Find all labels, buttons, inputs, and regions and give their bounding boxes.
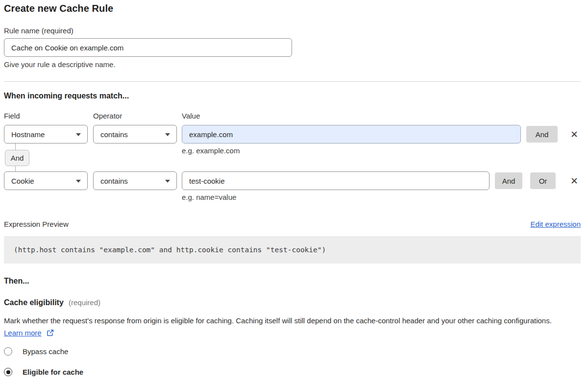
rule-name-help: Give your rule a descriptive name. <box>4 60 116 69</box>
chevron-down-icon <box>76 133 81 136</box>
expression-code: (http.host contains "example.com" and ht… <box>14 246 326 254</box>
radio-label: Bypass cache <box>23 347 68 356</box>
description-text: Mark whether the request’s response from… <box>4 316 552 325</box>
value-input-row2[interactable] <box>182 171 490 190</box>
chevron-down-icon <box>165 133 170 136</box>
operator-select-row1-value: contains <box>100 130 128 139</box>
rule-name-input[interactable] <box>4 38 292 57</box>
page-title: Create new Cache Rule <box>4 3 113 14</box>
remove-condition-row2-button[interactable]: ✕ <box>568 172 581 189</box>
radio-label: Eligible for cache <box>23 368 83 376</box>
value-column-label: Value <box>182 112 200 120</box>
value-hint-row2: e.g. name=value <box>182 193 236 201</box>
learn-more-link[interactable]: Learn more <box>4 329 42 337</box>
create-cache-rule-page: Create new Cache Rule Rule name (require… <box>0 0 588 384</box>
connector-and-button[interactable]: And <box>5 150 29 166</box>
operator-column-label: Operator <box>93 112 122 120</box>
condition-builder: Field Operator Value Hostname contains A… <box>4 112 581 201</box>
cache-eligibility-heading: Cache eligibility <box>4 298 64 307</box>
field-select-row1-value: Hostname <box>11 130 45 139</box>
chevron-down-icon <box>76 180 81 183</box>
radio-eligible-for-cache[interactable]: Eligible for cache <box>4 368 83 376</box>
required-note: (required) <box>69 298 100 307</box>
external-link-icon <box>47 329 54 336</box>
value-hint-row1: e.g. example.com <box>182 146 240 155</box>
remove-condition-row1-button[interactable]: ✕ <box>568 126 581 143</box>
operator-select-row2-value: contains <box>100 177 128 185</box>
field-column-label: Field <box>4 112 20 120</box>
edit-expression-link[interactable]: Edit expression <box>530 220 581 228</box>
add-and-condition-row2-button[interactable]: And <box>495 172 522 189</box>
operator-select-row2[interactable]: contains <box>93 171 177 190</box>
match-heading: When incoming requests match... <box>4 92 129 100</box>
field-select-row1[interactable]: Hostname <box>4 125 88 144</box>
cache-eligibility-description: Mark whether the request’s response from… <box>4 314 572 339</box>
cache-eligibility-heading-row: Cache eligibility (required) <box>4 298 100 307</box>
chevron-down-icon <box>165 180 170 183</box>
section-divider <box>4 81 581 82</box>
expression-preview-label: Expression Preview <box>4 220 69 228</box>
field-select-row2-value: Cookie <box>11 177 34 185</box>
expression-code-block: (http.host contains "example.com" and ht… <box>4 236 581 264</box>
radio-bypass-cache[interactable]: Bypass cache <box>4 347 68 356</box>
add-and-condition-row1-button[interactable]: And <box>526 126 558 143</box>
then-heading: Then... <box>4 277 29 286</box>
radio-circle <box>4 347 12 356</box>
add-or-condition-row2-button[interactable]: Or <box>530 172 556 189</box>
operator-select-row1[interactable]: contains <box>93 125 177 144</box>
value-input-row1[interactable] <box>182 125 521 144</box>
rule-name-label: Rule name (required) <box>4 26 74 35</box>
field-select-row2[interactable]: Cookie <box>4 171 88 190</box>
radio-circle <box>4 368 12 376</box>
